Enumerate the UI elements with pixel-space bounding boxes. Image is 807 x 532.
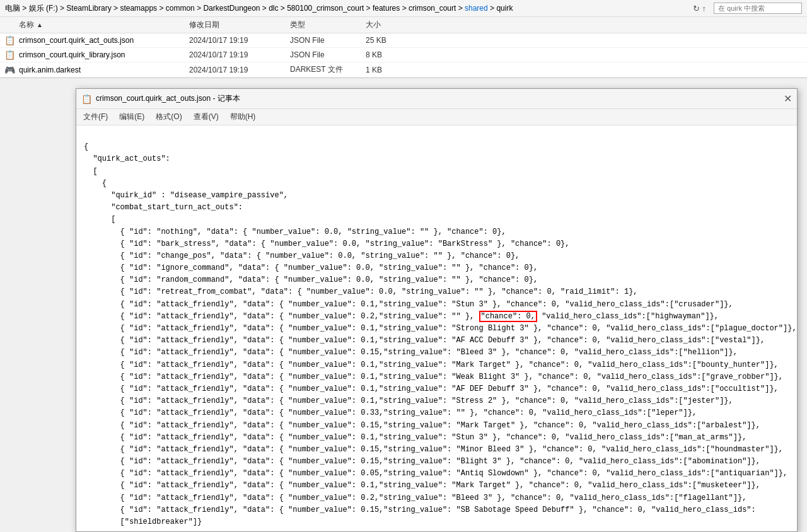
code-line: { "id": "attack_friendly", "data": { "nu… [84,348,738,357]
file-date: 2024/10/17 19:19 [189,36,290,45]
sort-arrow: ▲ [37,21,43,28]
notepad-menu: 文件(F) 编辑(E) 格式(O) 查看(V) 帮助(H) [76,109,797,125]
code-line: { "id": "attack_friendly", "data": { "nu… [84,481,760,490]
file-size: 8 KB [366,50,416,59]
code-line: { "id": "bark_stress", "data": { "number… [84,240,570,248]
refresh-icon[interactable]: ↻ [693,4,700,13]
code-line: { "id": "attack_friendly", "data": { "nu… [84,469,787,478]
json-icon: 📋 [0,35,19,45]
file-date: 2024/10/17 19:19 [189,50,290,59]
notepad-close-button[interactable]: ✕ [784,93,792,105]
menu-edit[interactable]: 编辑(E) [117,111,146,123]
code-line: { "id": "ignore_command", "data": { "num… [84,263,538,272]
nav-icons: ↻ ↑ [693,4,707,13]
menu-file[interactable]: 文件(F) [81,111,110,123]
file-type: JSON File [290,50,366,59]
code-line: { "id": "retreat_from_combat", "data": {… [84,287,638,296]
code-line: { "id": "attack_friendly", "data": { "nu… [84,336,765,345]
column-headers: 名称 ▲ 修改日期 类型 大小 [0,17,807,33]
code-line: { "id": "change_pos", "data": { "number_… [84,252,520,260]
file-size: 25 KB [366,36,416,45]
code-line: { "id": "attack_friendly", "data": { "nu… [84,494,746,502]
notepad-content[interactable]: { "quirk_act_outs": [ { "quirk_id" : "di… [76,125,797,531]
code-line: { "id": "attack_friendly", "data": { "nu… [84,457,760,466]
code-line: { "id": "attack_friendly", "data": { "nu… [84,445,783,454]
file-name: quirk.anim.darkest [19,66,189,74]
up-icon[interactable]: ↑ [702,4,707,13]
col-size-header[interactable]: 大小 [366,20,416,30]
code-line: { "id": "attack_friendly", "data": { "nu… [84,421,760,430]
code-line: { "id": "attack_friendly", "data": { "nu… [84,385,779,393]
code-line: "quirk_act_outs": [84,154,170,163]
menu-format[interactable]: 格式(O) [154,111,183,123]
code-line: { "id": "attack_friendly", "data": { "nu… [84,506,756,514]
code-line: { "id": "attack_friendly", "data": { "nu… [84,373,783,381]
col-type-header[interactable]: 类型 [290,20,366,30]
code-line: { "id": "attack_friendly", "data": { "nu… [84,361,779,369]
file-row[interactable]: 📋 crimson_court.quirk_library.json 2024/… [0,48,807,62]
notepad-icon: 📋 [81,94,92,104]
code-line: { "id": "attack_friendly", "data": { "nu… [84,311,719,322]
file-row[interactable]: 📋 crimson_court.quirk_act_outs.json 2024… [0,33,807,48]
notepad-titlebar: 📋 crimson_court.quirk_act_outs.json - 记事… [76,89,797,109]
notepad-title-text: crimson_court.quirk_act_outs.json - 记事本 [96,93,240,104]
file-row[interactable]: 🎮 quirk.anim.darkest 2024/10/17 19:19 DA… [0,62,807,78]
col-date-header[interactable]: 修改日期 [189,20,290,30]
darkest-icon: 🎮 [0,65,19,75]
code-line: "quirk_id" : "disease_vampire_passive", [84,191,288,200]
menu-help[interactable]: 帮助(H) [228,111,258,123]
search-input[interactable] [714,3,802,14]
code-line: { [84,142,88,151]
file-type: DARKEST 文件 [290,64,366,75]
code-line: [ [84,215,115,224]
json-icon: 📋 [0,50,19,60]
code-line: { "id": "random_command", "data": { "num… [84,275,538,284]
notepad-title: 📋 crimson_court.quirk_act_outs.json - 记事… [81,93,240,104]
file-name: crimson_court.quirk_library.json [19,50,189,59]
code-line: { "id": "attack_friendly", "data": { "nu… [84,396,733,405]
code-line: { [84,179,107,188]
file-list: 📋 crimson_court.quirk_act_outs.json 2024… [0,33,807,78]
code-line: { "id": "attack_friendly", "data": { "nu… [84,324,797,333]
path-display: 电脑 > 娱乐 (F:) > SteamLibrary > steamapps … [5,3,685,14]
code-line: { "id": "attack_friendly", "data": { "nu… [84,300,733,309]
file-date: 2024/10/17 19:19 [189,66,290,74]
col-name-header[interactable]: 名称 ▲ [0,20,189,30]
address-bar: 电脑 > 娱乐 (F:) > SteamLibrary > steamapps … [0,0,807,17]
code-line: ["shieldbreaker"]} [84,518,202,526]
code-line: "combat_start_turn_act_outs": [84,203,243,212]
file-type: JSON File [290,36,366,45]
file-size: 1 KB [366,66,416,74]
code-line: [ [84,167,98,176]
highlighted-text: "chance": 0, [479,311,537,322]
file-explorer: 电脑 > 娱乐 (F:) > SteamLibrary > steamapps … [0,0,807,78]
file-name: crimson_court.quirk_act_outs.json [19,36,189,45]
code-line: { "id": "attack_friendly", "data": { "nu… [84,433,746,442]
notepad-window: 📋 crimson_court.quirk_act_outs.json - 记事… [76,88,798,532]
menu-view[interactable]: 查看(V) [192,111,221,123]
code-line: { "id": "nothing", "data": { "number_val… [84,228,506,236]
code-line: { "id": "attack_friendly", "data": { "nu… [84,408,697,417]
